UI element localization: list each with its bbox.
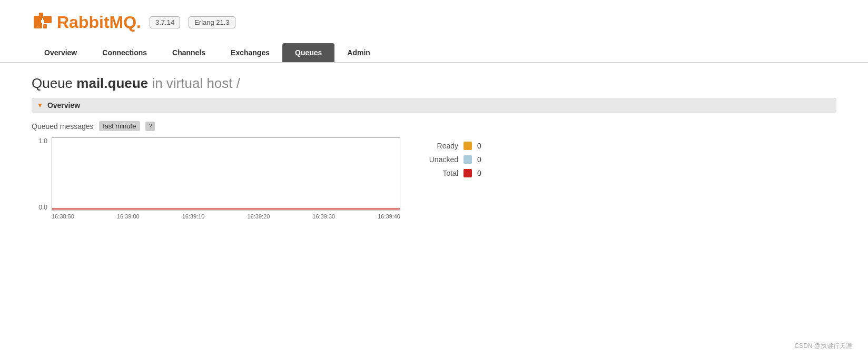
x-label: 16:39:20 [247,213,270,220]
legend-label-unacked: Unacked [421,155,458,164]
legend-value-total: 0 [477,169,481,177]
x-label: 16:39:00 [117,213,140,220]
title-suffix: in virtual host / [152,75,240,91]
nav-item-queues[interactable]: Queues [282,43,334,62]
x-label: 16:39:40 [378,213,400,220]
page-title: Queue mail.queue in virtual host / [32,75,836,92]
nav-item-connections[interactable]: Connections [90,43,160,62]
legend-item-ready: Ready0 [421,142,506,150]
help-icon[interactable]: ? [145,122,155,131]
logo-text: RabbitMQ. [57,13,141,32]
legend-item-unacked: Unacked0 [421,155,506,164]
svg-rect-4 [41,20,44,23]
legend-color-unacked [463,155,472,164]
queued-messages-row: Queued messages last minute ? [32,121,836,131]
svg-rect-2 [43,24,47,28]
logo-row: RabbitMQ. 3.7.14 Erlang 21.3 [32,11,836,34]
logo-gray: MQ. [110,13,141,32]
main-nav: OverviewConnectionsChannelsExchangesQueu… [32,43,836,62]
nav-item-exchanges[interactable]: Exchanges [218,43,282,62]
header: RabbitMQ. 3.7.14 Erlang 21.3 OverviewCon… [0,0,868,63]
legend-label-ready: Ready [421,142,458,150]
overview-section-header[interactable]: ▼ Overview [32,98,836,113]
chart-y-labels: 1.0 0.0 [32,137,47,211]
legend-value-unacked: 0 [477,155,481,164]
nav-item-admin[interactable]: Admin [334,43,383,62]
legend-item-total: Total0 [421,169,506,177]
x-label: 16:39:30 [312,213,335,220]
legend-value-ready: 0 [477,142,481,150]
legend-color-ready [463,142,472,150]
section-label: Overview [47,101,80,109]
svg-rect-1 [43,16,52,23]
legend-color-total [463,169,472,177]
time-filter-badge[interactable]: last minute [99,121,141,131]
queued-messages-label: Queued messages [32,122,94,131]
x-label: 16:39:10 [182,213,205,220]
legend-label-total: Total [421,169,458,177]
chart-area [52,137,400,211]
chart-x-labels: 16:38:5016:39:0016:39:1016:39:2016:39:30… [52,213,400,220]
nav-item-channels[interactable]: Channels [160,43,218,62]
version-badge: 3.7.14 [150,16,180,28]
queue-name: mail.queue [76,75,148,91]
erlang-badge: Erlang 21.3 [189,16,235,28]
y-bottom-label: 0.0 [32,204,47,211]
x-label: 16:38:50 [52,213,74,220]
chart-baseline [52,208,400,210]
title-prefix: Queue [32,75,73,91]
logo: RabbitMQ. [32,11,141,34]
chart-legend: Ready0Unacked0Total0 [421,142,506,177]
logo-orange: Rabbit [57,13,110,32]
main-content: Queue mail.queue in virtual host / ▼ Ove… [0,63,868,232]
rabbitmq-icon [32,11,55,34]
chart-container: 1.0 0.0 16:38:5016:39:0016:39:1016:39:20… [32,137,400,220]
section-arrow-icon: ▼ [37,102,43,109]
svg-rect-3 [39,13,43,18]
chart-and-legend: 1.0 0.0 16:38:5016:39:0016:39:1016:39:20… [32,137,836,220]
nav-item-overview[interactable]: Overview [32,43,90,62]
y-top-label: 1.0 [32,137,47,145]
